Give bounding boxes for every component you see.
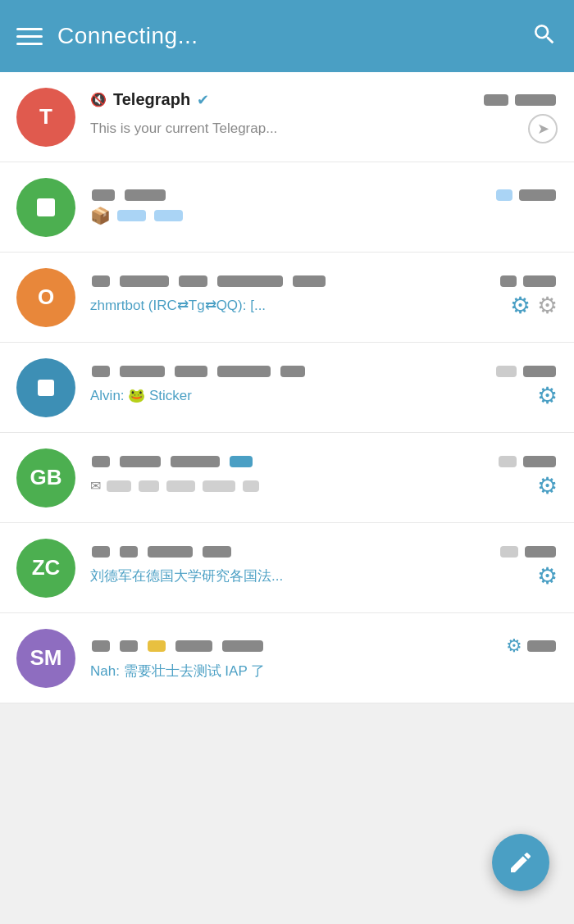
time-blur-3b	[523, 275, 556, 287]
chat-content-3: zhmrtbot (IRC⇄Tg⇄QQ): [... ⚙ ⚙	[90, 275, 558, 319]
chat-preview-telegraph: This is your current Telegrap... ➤	[90, 114, 558, 143]
name-blur-4e	[280, 366, 305, 377]
chat-name-telegraph: Telegraph	[113, 90, 190, 109]
muted-icon: 🔇	[90, 92, 107, 107]
time-area-4	[494, 366, 558, 377]
avatar-telegraph: T	[16, 88, 75, 147]
chat-item-2[interactable]: 📦	[0, 162, 574, 253]
time-blur-5b	[523, 456, 556, 467]
avatar-4	[16, 358, 75, 417]
avatar-2	[16, 178, 75, 237]
verified-badge-telegraph: ✔	[197, 91, 209, 109]
chat-content-7: ⚙ Nah: 需要壮士去测试 IAP 了	[90, 635, 558, 680]
time-area-telegraph	[482, 94, 558, 106]
time-blur-5a	[499, 456, 517, 467]
chat-item-5[interactable]: GB ✉	[0, 433, 574, 523]
preview-right-3: ⚙ ⚙	[510, 292, 558, 319]
prev-blur-5c	[166, 480, 195, 492]
preview-right-6: ⚙	[537, 562, 558, 589]
name-blur-3d	[217, 275, 283, 287]
preview-text-telegraph: This is your current Telegrap...	[90, 121, 520, 137]
name-blur-4c	[175, 366, 207, 377]
name-blur-7c	[148, 640, 166, 652]
chat-preview-4: Alvin: 🐸 Sticker ⚙	[90, 382, 558, 409]
name-blur-6d	[203, 546, 231, 558]
preview-text-5: ✉	[90, 478, 529, 494]
time-area-2	[494, 189, 558, 201]
topbar-title: Connecting...	[57, 23, 198, 49]
name-blur-3a	[92, 275, 110, 287]
name-blur-4d	[217, 366, 271, 377]
time-blur-7b	[527, 640, 556, 652]
hamburger-menu-button[interactable]	[16, 28, 43, 45]
chat-name-row-6	[90, 546, 490, 558]
avatar-7: SM	[16, 629, 75, 688]
chat-content-6: 刘德军在德国大学研究各国法... ⚙	[90, 546, 558, 589]
name-blur-4a	[92, 366, 110, 377]
name-blur-3e	[293, 275, 326, 287]
preview-text-3: zhmrtbot (IRC⇄Tg⇄QQ): [...	[90, 297, 502, 314]
topbar-left: Connecting...	[16, 23, 198, 49]
time-area-5	[497, 456, 558, 467]
chat-name-row-5	[90, 456, 489, 467]
chat-item-4[interactable]: Alvin: 🐸 Sticker ⚙	[0, 343, 574, 433]
name-blur-5b	[120, 456, 161, 467]
name-blur-4b	[120, 366, 165, 377]
time-blur-1	[484, 94, 508, 106]
chat-item-7[interactable]: SM ⚙ Nah: 需要壮士去测试 IAP 了	[0, 613, 574, 703]
chat-preview-3: zhmrtbot (IRC⇄Tg⇄QQ): [... ⚙ ⚙	[90, 292, 558, 319]
preview-text-6: 刘德军在德国大学研究各国法...	[90, 567, 529, 585]
name-blur-6c	[148, 546, 193, 558]
chat-item-6[interactable]: ZC 刘德军在德国大学研究各国法...	[0, 523, 574, 613]
time-area-6	[499, 546, 558, 558]
topbar: Connecting...	[0, 0, 574, 72]
prev-blur-5d	[203, 480, 235, 492]
time-blur-4b	[523, 366, 556, 377]
preview-subrow-2: 📦	[90, 206, 184, 225]
name-blur-6a	[92, 546, 110, 558]
forward-icon-telegraph: ➤	[528, 114, 558, 143]
chat-item-3[interactable]: O zhmrtbot (IRC⇄Tg⇄QQ): [..	[0, 253, 574, 343]
search-icon[interactable]	[531, 21, 558, 51]
chat-content-2: 📦	[90, 189, 558, 225]
chat-preview-6: 刘德军在德国大学研究各国法... ⚙	[90, 562, 558, 589]
name-blur-5c	[171, 456, 220, 467]
time-blur-4a	[496, 366, 517, 377]
preview-text-4: Alvin: 🐸 Sticker	[90, 387, 529, 404]
chat-preview-5: ✉ ⚙	[90, 472, 558, 499]
name-blur-5a	[92, 456, 110, 467]
name-blur-3c	[179, 275, 207, 287]
avatar-5: GB	[16, 448, 75, 508]
preview-text-7: Nah: 需要壮士去测试 IAP 了	[90, 662, 558, 680]
time-area-3	[499, 275, 558, 287]
compose-fab-button[interactable]	[492, 834, 549, 891]
preview-right-4: ⚙	[537, 382, 558, 409]
preview-blur-2b	[154, 210, 183, 221]
chat-content-4: Alvin: 🐸 Sticker ⚙	[90, 366, 558, 409]
chat-item-telegraph[interactable]: T 🔇 Telegraph ✔ This is your current Tel…	[0, 72, 574, 162]
time-blur-3a	[500, 275, 517, 287]
avatar-3: O	[16, 268, 75, 327]
name-blur-3b	[120, 275, 169, 287]
name-blur-6b	[120, 546, 138, 558]
chat-preview-7: Nah: 需要壮士去测试 IAP 了	[90, 662, 558, 680]
preview-blur-2a	[117, 210, 146, 221]
chat-list: T 🔇 Telegraph ✔ This is your current Tel…	[0, 72, 574, 703]
prev-blur-5b	[139, 480, 159, 492]
chat-name-row-4	[90, 366, 486, 377]
name-blur-7d	[175, 640, 212, 652]
chat-name-row-3	[90, 275, 490, 287]
time-blur-2b	[519, 189, 556, 201]
name-blur-7a	[92, 640, 110, 652]
chat-content-telegraph: 🔇 Telegraph ✔ This is your current Teleg…	[90, 90, 558, 143]
name-blur-7e	[222, 640, 263, 652]
chat-preview-2: 📦	[90, 206, 558, 225]
chat-name-row-2	[90, 189, 486, 201]
name-blur-2a	[92, 189, 115, 201]
chat-content-5: ✉ ⚙	[90, 456, 558, 499]
preview-right-5: ⚙	[537, 472, 558, 499]
time-blur-6b	[525, 546, 556, 558]
name-blur-2b	[125, 189, 166, 201]
chat-name-row-telegraph: 🔇 Telegraph ✔	[90, 90, 474, 109]
time-blur-6a	[500, 546, 518, 558]
